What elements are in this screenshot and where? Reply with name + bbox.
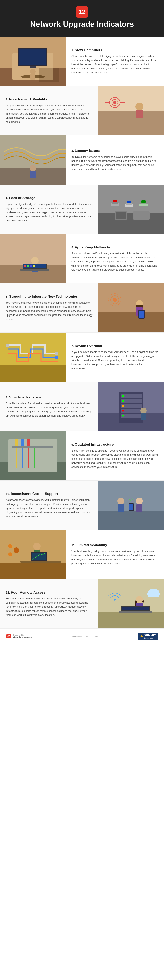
svg-rect-77 bbox=[141, 413, 146, 420]
indicator-text-3: 3. Latency IssuesIt's typical for networ… bbox=[66, 135, 164, 185]
indicator-text-7: 7. Device OverloadIs your network unable… bbox=[66, 332, 164, 382]
indicator-title-6: 6. Struggling to Integrate New Technolog… bbox=[6, 294, 93, 299]
indicator-title-12: 12. Poor Remote Access bbox=[6, 590, 93, 595]
indicator-desc-11: Your business is growing, but your netwo… bbox=[71, 549, 158, 566]
indicator-title-10: 10. Inconsistent Carrier Support bbox=[6, 492, 93, 496]
indicator-text-1: 1. Slow ComputersSlow computers are a te… bbox=[66, 37, 164, 86]
indicator-desc-1: Slow computers are a telltale sign your … bbox=[71, 54, 158, 75]
svg-rect-46 bbox=[27, 265, 29, 267]
indicator-desc-4: If you recently noticed you're running o… bbox=[6, 202, 93, 223]
indicator-image-5 bbox=[0, 234, 66, 283]
content-area: 1. Slow ComputersSlow computers are a te… bbox=[0, 37, 164, 628]
svg-rect-104 bbox=[32, 553, 46, 560]
svg-rect-93 bbox=[118, 504, 124, 512]
summit-icon bbox=[140, 635, 143, 637]
indicator-title-7: 7. Device Overload bbox=[71, 344, 158, 348]
svg-point-7 bbox=[30, 69, 36, 75]
svg-point-72 bbox=[122, 400, 124, 402]
indicator-text-12: 12. Poor Remote AccessYour team relies o… bbox=[0, 579, 98, 628]
svg-rect-87 bbox=[15, 439, 18, 445]
svg-rect-8 bbox=[31, 74, 35, 80]
svg-rect-31 bbox=[127, 201, 131, 204]
summit-logo: SUMMIT technology bbox=[138, 633, 158, 640]
svg-rect-91 bbox=[98, 511, 164, 530]
indicator-text-10: 10. Inconsistent Carrier SupportAs netwo… bbox=[0, 480, 98, 530]
svg-rect-54 bbox=[139, 310, 144, 318]
indicator-desc-5: If your apps keep malfunctioning, your n… bbox=[71, 251, 158, 272]
indicator-title-4: 4. Lack of Storage bbox=[6, 196, 93, 200]
indicator-image-3 bbox=[0, 135, 66, 185]
svg-point-40 bbox=[31, 257, 39, 264]
left-logo-box: GS bbox=[6, 635, 11, 638]
indicator-text-2: 2. Poor Network VisibilityDo you know wh… bbox=[0, 86, 98, 135]
svg-rect-50 bbox=[98, 312, 164, 332]
svg-rect-12 bbox=[136, 110, 143, 118]
footer-left: GS Presented by GriotService.com bbox=[6, 634, 32, 638]
indicator-item-12: 12. Poor Remote AccessYour team relies o… bbox=[0, 579, 164, 628]
svg-rect-99 bbox=[0, 563, 66, 579]
indicator-desc-12: Your team relies on your network to work… bbox=[6, 597, 93, 617]
badge-number: 12 bbox=[76, 6, 88, 18]
svg-point-15 bbox=[113, 101, 116, 104]
indicator-image-8 bbox=[98, 382, 164, 431]
svg-rect-25 bbox=[98, 213, 164, 234]
svg-point-106 bbox=[8, 552, 12, 557]
indicator-item-2: 2. Poor Network VisibilityDo you know wh… bbox=[0, 86, 164, 135]
indicator-item-7: 7. Device OverloadIs your network unable… bbox=[0, 332, 164, 382]
svg-point-75 bbox=[122, 415, 124, 417]
svg-point-57 bbox=[113, 298, 117, 302]
indicator-item-11: 11. Limited ScalabilityYour business is … bbox=[0, 530, 164, 579]
indicator-item-3: 3. Latency IssuesIt's typical for networ… bbox=[0, 135, 164, 185]
indicator-title-11: 11. Limited Scalability bbox=[71, 543, 158, 547]
svg-rect-45 bbox=[24, 265, 26, 267]
indicator-title-5: 5. Apps Keep Malfunctioning bbox=[71, 245, 158, 250]
indicator-desc-8: Slow file transfers often signal an over… bbox=[6, 401, 93, 418]
svg-rect-48 bbox=[33, 265, 35, 267]
svg-rect-88 bbox=[21, 439, 24, 445]
indicator-item-5: 5. Apps Keep MalfunctioningIf your apps … bbox=[0, 234, 164, 283]
svg-rect-42 bbox=[21, 269, 49, 271]
svg-point-22 bbox=[29, 165, 36, 172]
footer-image-credit: Image Source: stock.adobe.com bbox=[72, 635, 98, 637]
svg-rect-28 bbox=[113, 200, 117, 202]
indicator-text-9: 9. Outdated InfrastructureIt also might … bbox=[66, 431, 164, 480]
indicator-item-8: 8. Slow File TransfersSlow file transfer… bbox=[0, 382, 164, 431]
svg-rect-47 bbox=[30, 265, 32, 267]
svg-rect-37 bbox=[133, 212, 150, 220]
svg-point-71 bbox=[122, 395, 124, 397]
indicator-text-8: 8. Slow File TransfersSlow file transfer… bbox=[0, 382, 98, 431]
indicator-image-9 bbox=[0, 431, 66, 480]
indicator-item-6: 6. Struggling to Integrate New Technolog… bbox=[0, 283, 164, 332]
indicator-desc-3: It's typical for networks to experience … bbox=[71, 155, 158, 171]
indicator-desc-10: As network technology advances, you migh… bbox=[6, 498, 93, 519]
indicator-title-8: 8. Slow File Transfers bbox=[6, 395, 93, 399]
svg-rect-10 bbox=[98, 111, 164, 135]
svg-rect-34 bbox=[141, 200, 146, 203]
svg-point-92 bbox=[117, 498, 124, 504]
svg-point-74 bbox=[122, 410, 124, 412]
footer-left-logo: GriotService.com bbox=[13, 636, 32, 638]
indicator-desc-6: You may find that your network is no lon… bbox=[6, 301, 93, 321]
indicator-image-2 bbox=[98, 86, 164, 135]
indicator-item-1: 1. Slow ComputersSlow computers are a te… bbox=[0, 37, 164, 86]
svg-point-117 bbox=[114, 599, 116, 601]
indicator-image-10 bbox=[98, 480, 164, 530]
indicator-desc-7: Is your network unable to connect all yo… bbox=[71, 350, 158, 371]
svg-rect-95 bbox=[136, 504, 143, 512]
svg-rect-116 bbox=[122, 607, 149, 610]
svg-rect-62 bbox=[55, 356, 58, 359]
svg-point-73 bbox=[122, 405, 124, 407]
svg-rect-59 bbox=[0, 365, 66, 382]
svg-point-107 bbox=[13, 547, 19, 553]
indicator-title-9: 9. Outdated Infrastructure bbox=[71, 442, 158, 447]
footer-presented-by: Presented by bbox=[13, 634, 32, 636]
indicator-desc-2: Do you know who is accessing your networ… bbox=[6, 103, 93, 124]
indicator-image-6 bbox=[98, 283, 164, 332]
indicator-desc-9: It also might be time to upgrade if your… bbox=[71, 449, 158, 469]
indicator-title-1: 1. Slow Computers bbox=[71, 48, 158, 52]
svg-point-105 bbox=[8, 544, 12, 548]
svg-point-112 bbox=[136, 596, 143, 603]
indicator-image-4 bbox=[98, 185, 164, 234]
footer-right: SUMMIT technology bbox=[138, 633, 158, 640]
indicator-image-1 bbox=[0, 37, 66, 86]
